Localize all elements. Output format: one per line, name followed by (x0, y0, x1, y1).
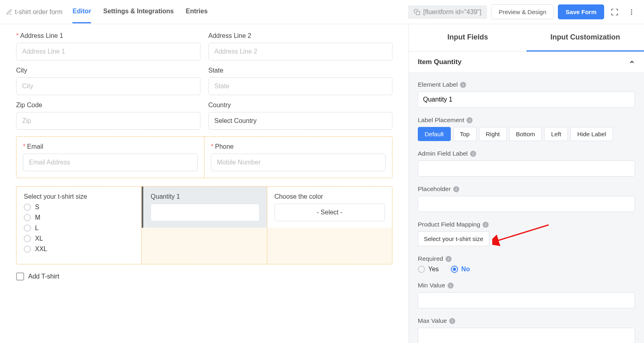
info-icon[interactable]: i (453, 186, 459, 192)
top-bar: t-shirt order form Editor Settings & Int… (0, 0, 644, 24)
right-sidebar: Input Fields Input Customization Item Qu… (409, 24, 644, 343)
size-option-l[interactable]: L (24, 225, 134, 232)
seg-bottom[interactable]: Bottom (509, 127, 542, 141)
tab-input-customization[interactable]: Input Customization (526, 24, 644, 52)
email-input[interactable] (23, 154, 198, 171)
city-input[interactable] (16, 77, 200, 95)
required-no[interactable]: No (451, 266, 470, 273)
element-label-label: Element Labeli (418, 81, 635, 88)
color-label: Choose the color (275, 193, 385, 200)
add-tshirt-label: Add T-shirt (28, 273, 59, 280)
max-value-label: Max Valuei (418, 317, 635, 324)
info-icon[interactable]: i (448, 283, 454, 289)
info-icon[interactable]: i (446, 256, 452, 262)
zip-label: Zip Code (16, 102, 200, 109)
seg-left[interactable]: Left (544, 127, 568, 141)
country-select[interactable]: Select Country (208, 112, 393, 130)
add-tshirt-checkbox[interactable]: Add T-shirt (16, 272, 392, 281)
top-actions: [fluentform id="439"] Preview & Design S… (408, 4, 638, 19)
svg-point-1 (631, 9, 632, 10)
chevron-up-icon (629, 59, 635, 65)
phone-input[interactable] (211, 154, 386, 171)
quantity-input[interactable] (151, 204, 259, 221)
shortcode-text: [fluentform id="439"] (423, 8, 481, 16)
placeholder-label: Placeholderi (418, 185, 635, 193)
svg-point-3 (631, 13, 632, 15)
addr2-input[interactable] (208, 43, 393, 60)
info-icon[interactable]: i (483, 222, 489, 228)
checkbox-icon (16, 272, 24, 281)
max-value-input[interactable] (418, 328, 635, 343)
shortcode-box[interactable]: [fluentform id="439"] (408, 5, 487, 19)
size-option-m[interactable]: M (24, 214, 134, 221)
addr1-input[interactable] (16, 43, 200, 60)
quantity-label: Quantity 1 (151, 193, 259, 200)
label-placement-segments: Default Top Right Bottom Left Hide Label (418, 127, 635, 141)
svg-point-2 (631, 11, 632, 12)
city-label: City (16, 67, 200, 74)
admin-label-label: Admin Field Labeli (418, 150, 635, 157)
placeholder-input[interactable] (418, 196, 635, 212)
copy-icon (414, 9, 420, 15)
tab-input-fields[interactable]: Input Fields (409, 24, 526, 52)
min-value-label: Min Valuei (418, 282, 635, 289)
pencil-icon (6, 9, 12, 15)
more-icon[interactable] (625, 6, 638, 19)
country-label: Country (208, 102, 393, 109)
label-placement-label: Label Placementi (418, 116, 635, 124)
phone-label: *Phone (211, 143, 386, 150)
tab-settings[interactable]: Settings & Integrations (103, 0, 173, 23)
size-option-s[interactable]: S (24, 204, 134, 211)
container-product-row[interactable]: Select your t-shirt size S M L XL XXL Qu… (16, 186, 392, 264)
seg-default[interactable]: Default (418, 127, 451, 141)
form-title[interactable]: t-shirt order form (6, 8, 62, 16)
addr1-label: *Address Line 1 (16, 32, 200, 39)
tab-editor[interactable]: Editor (72, 0, 91, 23)
top-tabs: Editor Settings & Integrations Entries (72, 0, 408, 23)
panel-title: Item Quantity (418, 58, 462, 66)
quantity-field-block[interactable]: Quantity 1 (142, 187, 267, 264)
seg-hide[interactable]: Hide Label (570, 127, 613, 141)
product-mapping-select[interactable]: Select your t-shirt size (418, 231, 489, 246)
form-canvas: *Address Line 1 Address Line 2 City Stat… (0, 24, 409, 343)
seg-top[interactable]: Top (453, 127, 477, 141)
info-icon[interactable]: i (470, 151, 476, 157)
panel-header[interactable]: Item Quantity (409, 52, 644, 73)
sidebar-tabs: Input Fields Input Customization (409, 24, 644, 52)
container-email-phone[interactable]: *Email *Phone (16, 136, 392, 178)
save-form-button[interactable]: Save Form (558, 4, 604, 19)
state-label: State (208, 67, 393, 74)
color-select[interactable]: - Select - (275, 204, 385, 221)
admin-label-input[interactable] (418, 160, 635, 177)
tab-entries[interactable]: Entries (186, 0, 208, 23)
addr2-label: Address Line 2 (208, 32, 393, 39)
seg-right[interactable]: Right (479, 127, 507, 141)
zip-input[interactable] (16, 112, 200, 130)
preview-design-button[interactable]: Preview & Design (491, 4, 554, 19)
state-input[interactable] (208, 77, 393, 95)
form-title-text: t-shirt order form (15, 8, 62, 16)
svg-rect-0 (416, 11, 420, 15)
size-option-xxl[interactable]: XXL (24, 245, 134, 253)
size-option-xl[interactable]: XL (24, 235, 134, 242)
info-icon[interactable]: i (460, 82, 466, 88)
required-label: Requiredi (418, 255, 635, 262)
fullscreen-icon[interactable] (608, 6, 621, 19)
min-value-input[interactable] (418, 292, 635, 308)
size-label: Select your t-shirt size (24, 193, 134, 200)
product-mapping-label: Product Field Mappingi (418, 221, 635, 228)
info-icon[interactable]: i (466, 117, 473, 123)
email-label: *Email (23, 143, 198, 150)
element-label-input[interactable] (418, 91, 635, 108)
info-icon[interactable]: i (449, 318, 455, 324)
required-yes[interactable]: Yes (418, 266, 439, 273)
